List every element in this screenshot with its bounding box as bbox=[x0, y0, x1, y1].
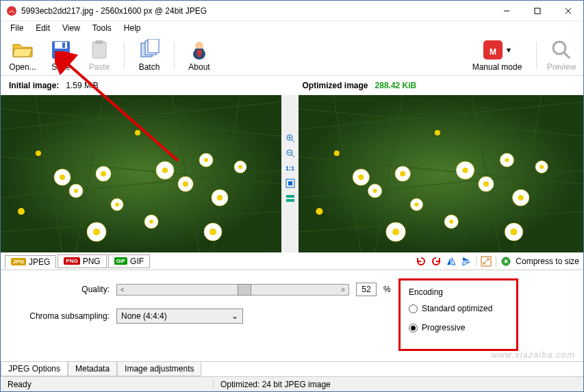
menu-help[interactable]: Help bbox=[118, 22, 147, 34]
initial-image-size: 1.59 MiB bbox=[66, 81, 98, 90]
quality-value-input[interactable]: 52 bbox=[356, 283, 377, 296]
svg-point-93 bbox=[400, 171, 405, 177]
preview-button[interactable]: Preview bbox=[545, 39, 578, 72]
resize-icon[interactable] bbox=[481, 256, 492, 267]
save-button[interactable]: Save bbox=[45, 39, 77, 72]
zoom-1to1-button[interactable]: 1:1 bbox=[285, 163, 296, 174]
preview-label: Preview bbox=[547, 62, 576, 72]
initial-image-label: Initial image: bbox=[9, 81, 59, 90]
tool-separator bbox=[476, 256, 477, 267]
menu-tools[interactable]: Tools bbox=[87, 22, 117, 34]
encoding-group: Encoding Standard optimized Progressive bbox=[398, 278, 518, 351]
titlebar: 5993ecb2dd217.jpg - 2560x1600 px @ 24bit… bbox=[1, 1, 583, 21]
compress-to-size-button[interactable]: Compress to size bbox=[516, 257, 579, 266]
paste-button[interactable]: Paste bbox=[83, 39, 116, 72]
zoom-in-icon[interactable] bbox=[285, 133, 296, 144]
flip-vertical-icon[interactable] bbox=[461, 256, 472, 267]
svg-point-94 bbox=[414, 202, 418, 207]
tab-metadata[interactable]: Metadata bbox=[68, 362, 117, 376]
menubar: File Edit View Tools Help bbox=[1, 21, 583, 35]
svg-point-54 bbox=[149, 220, 153, 224]
open-button[interactable]: Open... bbox=[6, 39, 39, 72]
batch-button[interactable]: Batch bbox=[133, 39, 166, 72]
open-label: Open... bbox=[9, 62, 36, 72]
chroma-value: None (4:4:4) bbox=[121, 311, 167, 321]
tab-image-adjustments[interactable]: Image adjustments bbox=[117, 362, 201, 376]
svg-text:M: M bbox=[490, 47, 496, 57]
svg-point-103 bbox=[316, 208, 322, 215]
menu-edit[interactable]: Edit bbox=[30, 22, 55, 34]
rotate-left-icon[interactable] bbox=[416, 256, 427, 267]
chevron-down-icon: ▾ bbox=[507, 45, 512, 55]
svg-line-63 bbox=[292, 155, 294, 157]
manual-mode-button[interactable]: M ▾ Manual mode bbox=[466, 39, 528, 72]
view-mode-icon[interactable] bbox=[285, 193, 296, 204]
optimized-image-panel[interactable] bbox=[299, 95, 583, 252]
toolbar: Open... Save Paste Batch About M ▾ Manua… bbox=[1, 35, 583, 76]
svg-point-104 bbox=[334, 151, 340, 156]
svg-point-100 bbox=[392, 228, 399, 235]
chevron-down-icon: ⌄ bbox=[231, 311, 238, 321]
about-button[interactable]: About bbox=[183, 39, 216, 72]
options-panel: Quality: < > 52 % Chroma subsampling: No… bbox=[1, 270, 583, 361]
fit-window-icon[interactable] bbox=[285, 178, 296, 189]
svg-point-19 bbox=[553, 42, 566, 54]
chroma-subsampling-select[interactable]: None (4:4:4) ⌄ bbox=[116, 309, 243, 324]
status-ready: Ready bbox=[1, 380, 213, 389]
svg-point-43 bbox=[60, 174, 65, 180]
folder-open-icon bbox=[12, 39, 34, 61]
zoom-out-icon[interactable] bbox=[285, 148, 296, 159]
preview-icon bbox=[550, 39, 572, 61]
menu-file[interactable]: File bbox=[5, 22, 29, 34]
svg-point-56 bbox=[36, 151, 41, 156]
svg-point-50 bbox=[217, 195, 223, 200]
chroma-label: Chroma subsampling: bbox=[10, 311, 110, 321]
svg-point-102 bbox=[449, 220, 453, 224]
quality-label: Quality: bbox=[10, 285, 110, 294]
tab-jpeg[interactable]: JPGJPEG bbox=[5, 255, 56, 269]
svg-point-48 bbox=[183, 181, 188, 187]
svg-point-97 bbox=[505, 158, 509, 162]
svg-rect-7 bbox=[56, 51, 66, 58]
statusbar: Ready Optimized: 24 bit JPEG image bbox=[1, 376, 583, 391]
tab-png[interactable]: PNGPNG bbox=[58, 254, 106, 268]
svg-line-20 bbox=[564, 53, 570, 58]
svg-point-91 bbox=[358, 174, 364, 180]
quality-slider[interactable]: < > bbox=[116, 284, 349, 296]
slider-thumb[interactable] bbox=[238, 284, 251, 296]
svg-point-57 bbox=[135, 130, 140, 135]
zoom-tools-strip: 1:1 bbox=[281, 95, 299, 252]
compress-icon[interactable] bbox=[500, 256, 511, 267]
svg-point-105 bbox=[435, 130, 440, 135]
tab-jpeg-options[interactable]: JPEG Options bbox=[1, 362, 68, 376]
toolbar-separator bbox=[124, 42, 125, 69]
tab-gif[interactable]: GIFGIF bbox=[108, 254, 150, 268]
manual-mode-icon: M bbox=[482, 39, 504, 61]
radio-progressive[interactable]: Progressive bbox=[409, 323, 508, 332]
close-button[interactable] bbox=[553, 1, 583, 21]
minimize-button[interactable] bbox=[491, 1, 522, 21]
save-label: Save bbox=[51, 62, 70, 72]
batch-icon bbox=[138, 39, 160, 61]
svg-line-59 bbox=[292, 140, 294, 142]
toolbar-separator bbox=[536, 42, 537, 69]
svg-rect-9 bbox=[92, 42, 106, 58]
watermark-text: www.xiazaiba.com bbox=[491, 350, 575, 360]
svg-point-98 bbox=[518, 195, 524, 200]
maximize-button[interactable] bbox=[522, 1, 553, 21]
batch-label: Batch bbox=[139, 62, 160, 72]
slider-right-arrow-icon[interactable]: > bbox=[338, 284, 348, 295]
paste-label: Paste bbox=[89, 62, 110, 72]
toolbar-separator bbox=[174, 42, 175, 69]
svg-point-101 bbox=[510, 228, 517, 235]
about-label: About bbox=[188, 62, 210, 72]
flip-horizontal-icon[interactable] bbox=[446, 256, 457, 267]
tool-separator bbox=[496, 256, 496, 267]
initial-image-panel[interactable] bbox=[1, 95, 281, 252]
slider-left-arrow-icon[interactable]: < bbox=[117, 284, 128, 295]
radio-standard-optimized[interactable]: Standard optimized bbox=[409, 304, 508, 313]
encoding-header: Encoding bbox=[409, 287, 508, 297]
svg-point-46 bbox=[115, 202, 119, 207]
menu-view[interactable]: View bbox=[57, 22, 86, 34]
rotate-right-icon[interactable] bbox=[431, 256, 442, 267]
